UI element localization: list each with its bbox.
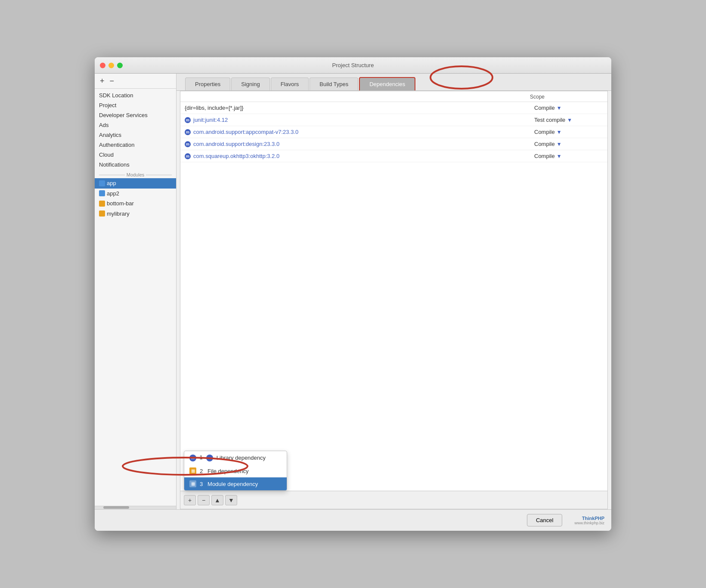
tabs-bar: Properties Signing Flavors Build Types D… bbox=[176, 74, 611, 91]
tab-dependencies-label: Dependencies bbox=[369, 81, 405, 87]
dep-scope-5: Compile ▼ bbox=[534, 153, 603, 159]
sidebar-item-app[interactable]: app bbox=[95, 178, 176, 189]
popup-item-library[interactable]: m 1 Library dependency bbox=[184, 451, 287, 464]
dep-scope-text-5: Compile bbox=[534, 153, 555, 159]
branding-logo: ThinkPHP www.thinkphp.biz bbox=[574, 516, 604, 525]
sidebar-scrollbar[interactable] bbox=[95, 506, 176, 509]
sidebar-toolbar: + − bbox=[95, 74, 176, 89]
tab-build-types[interactable]: Build Types bbox=[310, 77, 358, 90]
add-dependency-popup: m 1 Library dependency ▦ 2 File dependen… bbox=[184, 451, 287, 491]
sidebar-item-sdk-location[interactable]: SDK Location bbox=[95, 90, 176, 100]
bottom-bar-icon bbox=[99, 201, 105, 207]
popup-item-library-label: Library dependency bbox=[217, 455, 266, 461]
dep-row-1: {dir=libs, include=[*.jar]} Compile ▼ bbox=[180, 102, 607, 114]
sidebar-item-authentication[interactable]: Authentication bbox=[95, 140, 176, 150]
tab-flavors[interactable]: Flavors bbox=[271, 77, 309, 90]
bottom-toolbar: + − ▲ ▼ m 1 Library dependency ▦ 2 File … bbox=[180, 491, 607, 509]
sidebar-item-project[interactable]: Project bbox=[95, 100, 176, 110]
dep-name-4: com.android.support:design:23.3.0 bbox=[193, 141, 534, 147]
popup-item-module[interactable]: ▦ 3 Module dependency bbox=[184, 477, 287, 490]
dep-scope-3: Compile ▼ bbox=[534, 129, 603, 135]
sidebar-item-analytics[interactable]: Analytics bbox=[95, 130, 176, 140]
modules-section-label: Modules bbox=[95, 170, 176, 178]
dep-name-5: com.squareup.okhttp3:okhttp:3.2.0 bbox=[193, 153, 534, 159]
sidebar-item-notifications[interactable]: Notifications bbox=[95, 160, 176, 170]
remove-dep-button[interactable]: − bbox=[198, 495, 210, 505]
brand-name: ThinkPHP bbox=[582, 516, 604, 521]
popup-item-file[interactable]: ▦ 2 File dependency bbox=[184, 464, 287, 477]
sidebar-item-bottom-bar[interactable]: bottom-bar bbox=[95, 198, 176, 209]
minimize-button[interactable] bbox=[108, 62, 114, 68]
move-up-button[interactable]: ▲ bbox=[211, 495, 223, 505]
tab-signing[interactable]: Signing bbox=[231, 77, 269, 90]
dep-name-2: junit:junit:4.12 bbox=[193, 117, 534, 123]
tab-dependencies[interactable]: Dependencies bbox=[359, 77, 415, 90]
dep-dropdown-5[interactable]: ▼ bbox=[557, 153, 562, 159]
title-bar: Project Structure bbox=[95, 57, 611, 74]
move-down-button[interactable]: ▼ bbox=[225, 495, 237, 505]
add-item-button[interactable]: + bbox=[99, 77, 105, 85]
window-footer: Cancel ThinkPHP www.thinkphp.biz bbox=[95, 509, 611, 531]
maximize-button[interactable] bbox=[117, 62, 123, 68]
sidebar-item-mylibrary[interactable]: mylibrary bbox=[95, 209, 176, 219]
add-dep-button[interactable]: + bbox=[184, 495, 196, 505]
maven-icon-4: m bbox=[185, 141, 191, 147]
app-icon bbox=[99, 180, 105, 186]
sidebar-item-developer-services[interactable]: Developer Services bbox=[95, 110, 176, 120]
mylibrary-icon bbox=[99, 210, 105, 217]
window-controls bbox=[100, 62, 123, 68]
app2-icon bbox=[99, 190, 105, 196]
file-dep-icon: ▦ bbox=[189, 467, 196, 474]
content-area: Scope {dir=libs, include=[*.jar]} Compil… bbox=[180, 91, 608, 509]
right-panel: Properties Signing Flavors Build Types D… bbox=[176, 74, 611, 509]
dependencies-table: Scope {dir=libs, include=[*.jar]} Compil… bbox=[180, 91, 607, 491]
module-dep-icon-2: ▦ bbox=[189, 480, 196, 487]
brand-url: www.thinkphp.biz bbox=[574, 521, 604, 525]
dep-scope-text-3: Compile bbox=[534, 129, 555, 135]
dep-row-4: m com.android.support:design:23.3.0 Comp… bbox=[180, 138, 607, 150]
sidebar-item-ads[interactable]: Ads bbox=[95, 120, 176, 130]
sidebar-item-cloud[interactable]: Cloud bbox=[95, 150, 176, 160]
dep-scope-text-1: Compile bbox=[534, 105, 555, 111]
project-structure-window: Project Structure + − SDK Location Proje… bbox=[95, 57, 611, 531]
dep-row-2: m junit:junit:4.12 Test compile ▼ bbox=[180, 114, 607, 126]
dep-dropdown-2[interactable]: ▼ bbox=[567, 117, 572, 123]
dep-row-5: m com.squareup.okhttp3:okhttp:3.2.0 Comp… bbox=[180, 150, 607, 162]
window-title: Project Structure bbox=[332, 62, 374, 68]
sidebar-scrollbar-thumb bbox=[103, 506, 129, 509]
dep-scope-4: Compile ▼ bbox=[534, 141, 603, 147]
cancel-button[interactable]: Cancel bbox=[527, 514, 562, 526]
popup-num-1: m 1 bbox=[189, 454, 203, 461]
sidebar-list: SDK Location Project Developer Services … bbox=[95, 89, 176, 506]
scope-column-header: Scope bbox=[530, 94, 599, 100]
dep-dropdown-4[interactable]: ▼ bbox=[557, 141, 562, 147]
dep-name-3: com.android.support:appcompat-v7:23.3.0 bbox=[193, 129, 534, 135]
dep-scope-text-2: Test compile bbox=[534, 117, 565, 123]
dep-scope-1: Compile ▼ bbox=[534, 105, 603, 111]
maven-icon-5: m bbox=[185, 153, 191, 159]
maven-lib-icon bbox=[206, 455, 213, 461]
sidebar-item-app2[interactable]: app2 bbox=[95, 189, 176, 199]
dep-dropdown-3[interactable]: ▼ bbox=[557, 129, 562, 135]
maven-icon-2: m bbox=[185, 117, 191, 123]
dep-dropdown-1[interactable]: ▼ bbox=[557, 105, 562, 111]
main-content: + − SDK Location Project Developer Servi… bbox=[95, 74, 611, 509]
dep-scope-text-4: Compile bbox=[534, 141, 555, 147]
remove-item-button[interactable]: − bbox=[109, 77, 115, 85]
dep-name-1: {dir=libs, include=[*.jar]} bbox=[185, 105, 534, 111]
sidebar: + − SDK Location Project Developer Servi… bbox=[95, 74, 176, 509]
maven-icon-3: m bbox=[185, 129, 191, 135]
tab-properties[interactable]: Properties bbox=[185, 77, 230, 90]
close-button[interactable] bbox=[100, 62, 105, 68]
dep-row-3: m com.android.support:appcompat-v7:23.3.… bbox=[180, 126, 607, 138]
dep-scope-2: Test compile ▼ bbox=[534, 117, 603, 123]
table-header: Scope bbox=[180, 91, 607, 102]
